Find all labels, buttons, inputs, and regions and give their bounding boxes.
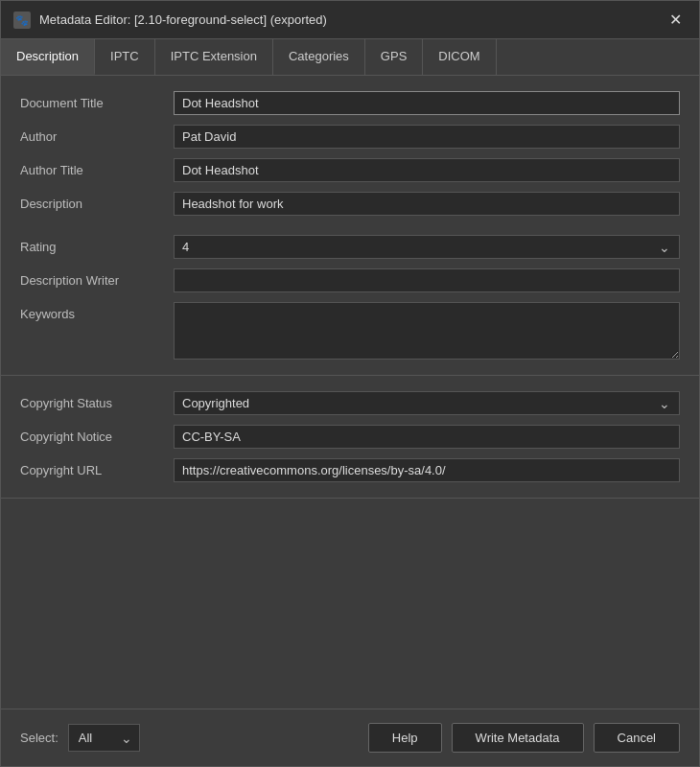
window-title: Metadata Editor: [2.10-foreground-select… xyxy=(39,12,327,27)
document-title-row: Document Title xyxy=(20,91,680,115)
tab-categories[interactable]: Categories xyxy=(273,39,365,75)
document-title-label: Document Title xyxy=(20,91,174,110)
tab-description[interactable]: Description xyxy=(1,39,95,75)
select-dropdown-wrapper: All None Invert xyxy=(68,724,140,752)
author-input[interactable] xyxy=(174,125,680,149)
titlebar: 🐾 Metadata Editor: [2.10-foreground-sele… xyxy=(1,1,699,39)
tabs-bar: Description IPTC IPTC Extension Categori… xyxy=(1,39,699,76)
tab-dicom[interactable]: DICOM xyxy=(423,39,496,75)
author-row: Author xyxy=(20,125,680,149)
select-label: Select: xyxy=(20,731,58,745)
titlebar-left: 🐾 Metadata Editor: [2.10-foreground-sele… xyxy=(12,11,327,30)
help-button[interactable]: Help xyxy=(368,723,442,753)
document-title-input[interactable] xyxy=(174,91,680,115)
description-section: Document Title Author Author Title Descr… xyxy=(1,76,699,376)
tab-iptc[interactable]: IPTC xyxy=(95,39,155,75)
copyright-section: Copyright Status Unknown Copyrighted Pub… xyxy=(1,376,699,499)
author-title-label: Author Title xyxy=(20,158,174,177)
main-window: 🐾 Metadata Editor: [2.10-foreground-sele… xyxy=(0,0,700,767)
tab-iptc-extension[interactable]: IPTC Extension xyxy=(155,39,273,75)
copyright-notice-input[interactable] xyxy=(174,425,680,449)
description-writer-label: Description Writer xyxy=(20,268,174,288)
author-title-input[interactable] xyxy=(174,158,680,182)
copyright-notice-row: Copyright Notice xyxy=(20,425,680,449)
keywords-textarea[interactable] xyxy=(174,302,680,360)
author-title-row: Author Title xyxy=(20,158,680,182)
description-writer-input[interactable] xyxy=(174,268,680,292)
content-area: Document Title Author Author Title Descr… xyxy=(1,76,699,766)
author-label: Author xyxy=(20,125,174,144)
copyright-status-select[interactable]: Unknown Copyrighted Public Domain xyxy=(174,391,680,415)
cancel-button[interactable]: Cancel xyxy=(594,723,680,753)
description-input[interactable] xyxy=(174,192,680,216)
description-writer-row: Description Writer xyxy=(20,268,680,292)
copyright-url-input[interactable] xyxy=(174,458,680,482)
description-row: Description xyxy=(20,192,680,216)
rating-select[interactable]: 0 1 2 3 4 5 xyxy=(174,235,680,259)
description-label: Description xyxy=(20,192,174,211)
rating-row: Rating 0 1 2 3 4 5 xyxy=(20,235,680,259)
spacer xyxy=(1,499,699,709)
keywords-row: Keywords xyxy=(20,302,680,360)
copyright-url-label: Copyright URL xyxy=(20,458,174,477)
bottom-bar: Select: All None Invert Help Write Metad… xyxy=(1,709,699,766)
select-dropdown[interactable]: All None Invert xyxy=(68,724,140,752)
copyright-url-row: Copyright URL xyxy=(20,458,680,482)
rating-select-wrapper: 0 1 2 3 4 5 xyxy=(174,235,680,259)
app-icon: 🐾 xyxy=(12,11,32,30)
keywords-label: Keywords xyxy=(20,302,174,321)
copyright-status-label: Copyright Status xyxy=(20,391,174,410)
copyright-status-select-wrapper: Unknown Copyrighted Public Domain xyxy=(174,391,680,415)
copyright-status-row: Copyright Status Unknown Copyrighted Pub… xyxy=(20,391,680,415)
close-button[interactable]: ✕ xyxy=(664,9,688,31)
svg-text:🐾: 🐾 xyxy=(15,13,29,27)
action-buttons: Help Write Metadata Cancel xyxy=(368,723,680,753)
tab-gps[interactable]: GPS xyxy=(365,39,423,75)
copyright-notice-label: Copyright Notice xyxy=(20,425,174,444)
write-metadata-button[interactable]: Write Metadata xyxy=(452,723,584,753)
rating-label: Rating xyxy=(20,235,174,254)
